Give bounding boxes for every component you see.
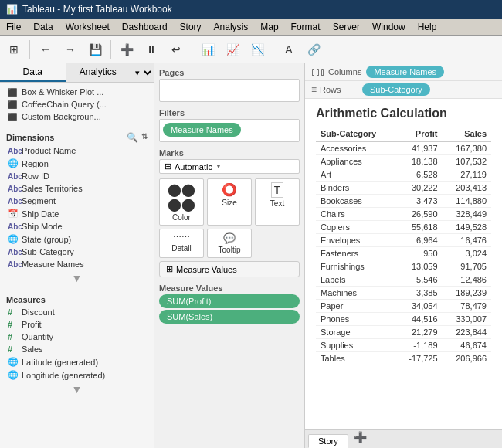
dimension-item-product-name[interactable]: AbcProduct Name	[5, 144, 149, 157]
marks-type-dropdown[interactable]: ⊞ Automatic ▼	[159, 159, 300, 174]
dimension-item-region[interactable]: 🌐Region	[5, 157, 149, 170]
dimension-item-state-(group)[interactable]: 🌐State (group)	[5, 232, 149, 246]
dimension-item-sales-territories[interactable]: AbcSales Territories	[5, 182, 149, 195]
marks-dropdown-label: Automatic	[175, 162, 212, 171]
measure-item-longitude-(generated)[interactable]: 🌐Longitude (generated)	[5, 368, 149, 382]
menu-item-analysis[interactable]: Analysis	[208, 20, 255, 34]
mark-size-btn[interactable]: ⭕ Size	[207, 178, 252, 226]
columns-measure-names-pill[interactable]: Measure Names	[366, 66, 444, 78]
filters-area: Measure Names	[159, 119, 300, 142]
toolbar-chart2[interactable]: 📈	[222, 39, 243, 60]
measure-values-btn[interactable]: ⊞ Measure Values	[159, 261, 300, 277]
measure-item-discount[interactable]: #Discount	[5, 306, 149, 318]
dimension-item-row-id[interactable]: AbcRow ID	[5, 170, 149, 182]
mark-color-btn[interactable]: ⬤⬤⬤⬤ Color	[159, 178, 204, 226]
sort-icon[interactable]: ⇅	[141, 132, 148, 143]
chart-title: Arithmetic Calculation	[316, 107, 491, 120]
mark-detail-label: Detail	[171, 244, 192, 253]
datasource-item[interactable]: ⬛CoffeeChain Query (...	[5, 98, 149, 110]
measure-values-label: Measure Values	[176, 265, 237, 274]
data-table: Sub-CategoryProfitSales Accessories41,93…	[316, 127, 491, 365]
pages-shelf: Pages	[159, 68, 300, 102]
datasource-icon: ⬛	[8, 88, 19, 97]
add-tab-btn[interactable]: ➕	[350, 426, 371, 448]
measure-item-quantity[interactable]: #Quantity	[5, 331, 149, 343]
tab-analytics[interactable]: Analytics	[66, 63, 131, 82]
toolbar-save[interactable]: 💾	[84, 39, 106, 60]
menu-item-story[interactable]: Story	[174, 20, 208, 34]
search-icon[interactable]: 🔍	[127, 132, 138, 143]
datasource-select[interactable]: ▾	[131, 63, 154, 82]
measure-value-pill-sumprofit[interactable]: SUM(Profit)	[159, 294, 300, 308]
table-cell: 107,532	[443, 155, 491, 168]
table-cell: Paper	[316, 300, 395, 313]
mark-detail-btn[interactable]: ⋯⋯ Detail	[159, 229, 204, 258]
tab-data[interactable]: Data	[0, 63, 66, 82]
text-icon: T	[271, 182, 284, 198]
left-panel: Data Analytics ▾ ⬛Box & Whisker Plot ...…	[0, 63, 154, 448]
dimension-item-ship-mode[interactable]: AbcShip Mode	[5, 220, 149, 232]
toolbar-pause[interactable]: ⏸	[141, 39, 162, 60]
measure-item-sales[interactable]: #Sales	[5, 343, 149, 355]
menu-item-server[interactable]: Server	[327, 20, 366, 34]
toolbar-home[interactable]: ⊞	[3, 39, 25, 60]
menu-item-file[interactable]: File	[0, 20, 27, 34]
toolbar-text[interactable]: A	[278, 39, 300, 60]
table-cell: 41,937	[395, 141, 442, 155]
measure-item-profit[interactable]: #Profit	[5, 318, 149, 331]
dimension-item-sub-category[interactable]: AbcSub-Category	[5, 246, 149, 258]
measure-item-latitude-(generated)[interactable]: 🌐Latitude (generated)	[5, 355, 149, 368]
dimension-item-ship-date[interactable]: 📅Ship Date	[5, 207, 149, 220]
menu-item-dashboard[interactable]: Dashboard	[116, 20, 174, 34]
table-header-row: Sub-CategoryProfitSales	[316, 127, 491, 141]
toolbar-chart3[interactable]: 📉	[246, 39, 268, 60]
marks-label: Marks	[159, 148, 300, 158]
menu-item-format[interactable]: Format	[285, 20, 327, 34]
table-row: Tables-17,725206,966	[316, 352, 491, 365]
mark-tooltip-btn[interactable]: 💬 Tooltip	[207, 229, 252, 258]
measures-header: Measures	[5, 292, 149, 306]
menu-bar: FileDataWorksheetDashboardStoryAnalysisM…	[0, 19, 502, 36]
measure-value-pill-sumsales[interactable]: SUM(Sales)	[159, 310, 300, 324]
menu-item-help[interactable]: Help	[412, 20, 443, 34]
rows-sub-category-pill[interactable]: Sub-Category	[362, 83, 430, 96]
story-tab[interactable]: Story	[308, 434, 348, 448]
table-cell: 21,279	[395, 326, 442, 339]
dimension-item-segment[interactable]: AbcSegment	[5, 195, 149, 207]
marks-dropdown-plus: ⊞	[165, 161, 171, 171]
dimension-item-measure-names[interactable]: AbcMeasure Names	[5, 258, 149, 270]
abc-icon: Abc	[8, 248, 19, 256]
table-row: Appliances18,138107,532	[316, 155, 491, 168]
menu-item-window[interactable]: Window	[366, 20, 412, 34]
datasource-item[interactable]: ⬛Box & Whisker Plot ...	[5, 86, 149, 98]
table-cell: 16,476	[443, 234, 491, 247]
datasource-item[interactable]: ⬛Custom Backgroun...	[5, 110, 149, 123]
table-row: Copiers55,618149,528	[316, 221, 491, 234]
rows-shelf-label: ≡ Rows	[311, 84, 358, 95]
mark-text-btn[interactable]: T Text	[255, 178, 300, 226]
table-cell: Labels	[316, 273, 395, 287]
table-cell: 55,618	[395, 221, 442, 234]
rows-shelf-icon: ≡	[311, 84, 317, 95]
filter-measure-names-pill[interactable]: Measure Names	[163, 123, 241, 137]
table-cell: 30,222	[395, 182, 442, 195]
dims-scroll-down[interactable]: ▼	[5, 270, 149, 286]
toolbar-chart1[interactable]: 📊	[197, 39, 219, 60]
table-row: Paper34,05478,479	[316, 300, 491, 313]
toolbar-add-datasource[interactable]: ➕	[116, 39, 137, 60]
toolbar-undo[interactable]: ↩	[165, 39, 187, 60]
size-icon: ⭕	[222, 182, 237, 197]
table-row: Accessories41,937167,380	[316, 141, 491, 155]
toolbar-forward[interactable]: →	[59, 39, 81, 60]
menu-item-map[interactable]: Map	[254, 20, 284, 34]
meas-scroll-down[interactable]: ▼	[5, 382, 149, 397]
table-cell: Machines	[316, 287, 395, 300]
menu-item-worksheet[interactable]: Worksheet	[59, 20, 116, 34]
menu-item-data[interactable]: Data	[27, 20, 59, 34]
table-cell: 27,119	[443, 168, 491, 182]
toolbar-back[interactable]: ←	[35, 39, 56, 60]
table-body: Accessories41,937167,380Appliances18,138…	[316, 141, 491, 365]
table-cell: 78,479	[443, 300, 491, 313]
toolbar-link[interactable]: 🔗	[303, 39, 324, 60]
table-cell: 189,239	[443, 287, 491, 300]
